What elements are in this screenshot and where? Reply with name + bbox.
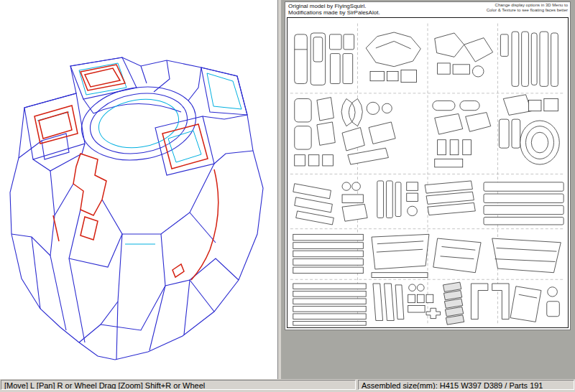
- unfolded-parts[interactable]: [288, 18, 568, 327]
- status-mouse-hint: [Move] L [Pan] R or Wheel Drag [Zoom] Sh…: [1, 380, 356, 390]
- main-area: Original model by FlyingSquirl. Modifica…: [0, 0, 575, 379]
- wireframe-blue-lines: [10, 57, 263, 360]
- pepakura-window: Original model by FlyingSquirl. Modifica…: [0, 0, 575, 392]
- pattern-page[interactable]: Original model by FlyingSquirl. Modifica…: [285, 1, 571, 330]
- 3d-viewport[interactable]: [0, 0, 278, 379]
- credits: Original model by FlyingSquirl. Modifica…: [288, 3, 380, 16]
- credit-line-2: Modifications made by SirPalesAlot.: [288, 9, 380, 16]
- 2d-pattern-pane[interactable]: Original model by FlyingSquirl. Modifica…: [281, 0, 575, 379]
- parts-frame: [287, 17, 569, 328]
- display-hint: Change display options in 3D Menu to Col…: [487, 3, 568, 13]
- model-wireframe: [0, 0, 277, 379]
- wireframe-cyan-lines: [37, 63, 242, 244]
- hint-line-2: Color & Texture to see floating faces be…: [487, 8, 568, 13]
- page-header: Original model by FlyingSquirl. Modifica…: [285, 2, 570, 17]
- status-assembled-size: Assembled size(mm): H415 W397 D389 / Par…: [358, 380, 574, 390]
- credit-line-1: Original model by FlyingSquirl.: [288, 3, 380, 9]
- part-outlines: [293, 32, 564, 325]
- status-bar: [Move] L [Pan] R or Wheel Drag [Zoom] Sh…: [0, 379, 575, 392]
- hint-line-1: Change display options in 3D Menu to: [487, 3, 568, 8]
